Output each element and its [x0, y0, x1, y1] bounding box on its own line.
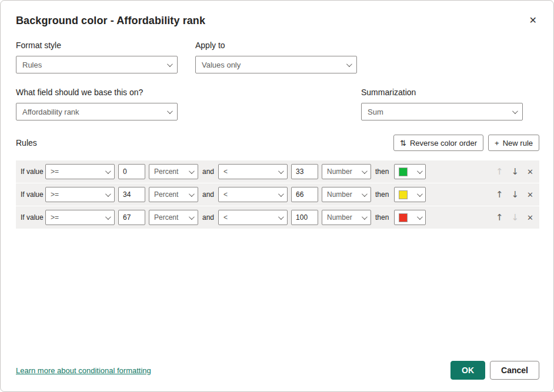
- base-field-dropdown[interactable]: Affordability rank: [16, 103, 178, 120]
- delete-rule-icon[interactable]: ✕: [526, 213, 535, 223]
- summarization-value: Sum: [368, 108, 383, 116]
- and-label: and: [202, 167, 214, 176]
- min-value-input[interactable]: [118, 210, 145, 225]
- dialog-title: Background color - Affordability rank: [16, 15, 205, 27]
- chevron-down-icon: [346, 61, 352, 67]
- max-unit-value: Number: [327, 167, 352, 176]
- ok-button[interactable]: OK: [450, 361, 485, 380]
- max-operator-dropdown[interactable]: <: [218, 187, 288, 202]
- move-down-icon: ↓: [510, 212, 520, 223]
- apply-to-field: Apply to Values only: [195, 41, 357, 73]
- and-label: and: [202, 213, 214, 222]
- chevron-down-icon: [189, 168, 195, 174]
- color-swatch: [399, 167, 408, 176]
- if-value-label: If value: [21, 213, 45, 222]
- chevron-down-icon: [417, 191, 423, 197]
- chevron-down-icon: [362, 191, 368, 197]
- move-up-icon[interactable]: ↑: [495, 212, 505, 223]
- rule-row-actions: ↑ ↓ ✕: [495, 189, 535, 200]
- chevron-down-icon: [105, 214, 111, 220]
- min-operator-dropdown[interactable]: >=: [45, 164, 115, 179]
- reverse-color-order-label: Reverse color order: [410, 139, 477, 148]
- max-unit-value: Number: [327, 190, 352, 199]
- reverse-order-icon: ⇅: [400, 139, 406, 147]
- max-operator-value: <: [223, 213, 228, 222]
- max-unit-dropdown[interactable]: Number: [322, 187, 371, 202]
- min-unit-value: Percent: [154, 190, 178, 199]
- conditional-formatting-dialog: Background color - Affordability rank ✕ …: [0, 0, 554, 392]
- min-value-input[interactable]: [118, 187, 145, 202]
- summarization-dropdown[interactable]: Sum: [361, 103, 523, 120]
- chevron-down-icon: [189, 191, 195, 197]
- color-picker-dropdown[interactable]: [394, 187, 426, 202]
- max-unit-value: Number: [327, 213, 352, 222]
- format-style-value: Rules: [22, 61, 42, 69]
- chevron-down-icon: [278, 168, 284, 174]
- min-operator-value: >=: [51, 213, 59, 222]
- close-icon[interactable]: ✕: [527, 14, 539, 28]
- apply-to-value: Values only: [202, 61, 241, 69]
- then-label: then: [375, 213, 389, 222]
- max-operator-value: <: [223, 167, 228, 176]
- min-unit-value: Percent: [154, 213, 178, 222]
- format-style-label: Format style: [16, 41, 178, 50]
- max-unit-dropdown[interactable]: Number: [322, 210, 371, 225]
- dialog-footer: Learn more about conditional formatting …: [16, 361, 539, 380]
- rule-row: If value >= Percent and < Number then ↑ …: [16, 206, 539, 229]
- rule-row-actions: ↑ ↓ ✕: [495, 166, 535, 177]
- cancel-button[interactable]: Cancel: [490, 361, 539, 380]
- format-style-dropdown[interactable]: Rules: [16, 56, 178, 73]
- summarization-label: Summarization: [361, 88, 523, 97]
- apply-to-label: Apply to: [195, 41, 357, 50]
- chevron-down-icon: [417, 214, 423, 220]
- base-field-label: What field should we base this on?: [16, 88, 178, 97]
- then-label: then: [375, 167, 389, 176]
- rules-header: Rules ⇅ Reverse color order + New rule: [16, 135, 539, 151]
- color-picker-dropdown[interactable]: [394, 210, 426, 225]
- field-summarization-row: What field should we base this on? Affor…: [16, 88, 523, 120]
- min-value-input[interactable]: [118, 164, 145, 179]
- max-operator-value: <: [223, 190, 228, 199]
- min-unit-dropdown[interactable]: Percent: [149, 210, 198, 225]
- min-unit-value: Percent: [154, 167, 178, 176]
- min-unit-dropdown[interactable]: Percent: [149, 187, 198, 202]
- reverse-color-order-button[interactable]: ⇅ Reverse color order: [393, 135, 483, 151]
- plus-icon: +: [495, 139, 499, 147]
- max-value-input[interactable]: [291, 187, 318, 202]
- rules-label: Rules: [16, 138, 37, 148]
- max-operator-dropdown[interactable]: <: [218, 210, 288, 225]
- chevron-down-icon: [189, 214, 195, 220]
- move-down-icon[interactable]: ↓: [510, 166, 520, 177]
- apply-to-dropdown[interactable]: Values only: [195, 56, 357, 73]
- summarization-field: Summarization Sum: [361, 88, 523, 120]
- chevron-down-icon: [167, 108, 173, 114]
- min-operator-value: >=: [51, 190, 59, 199]
- rule-row-actions: ↑ ↓ ✕: [495, 212, 535, 223]
- and-label: and: [202, 190, 214, 199]
- format-apply-row: Format style Rules Apply to Values only: [16, 41, 539, 73]
- max-operator-dropdown[interactable]: <: [218, 164, 288, 179]
- delete-rule-icon[interactable]: ✕: [526, 167, 535, 177]
- format-style-field: Format style Rules: [16, 41, 178, 73]
- learn-more-link[interactable]: Learn more about conditional formatting: [16, 366, 151, 375]
- min-operator-value: >=: [51, 167, 59, 176]
- min-operator-dropdown[interactable]: >=: [45, 187, 115, 202]
- max-value-input[interactable]: [291, 164, 318, 179]
- min-operator-dropdown[interactable]: >=: [45, 210, 115, 225]
- min-unit-dropdown[interactable]: Percent: [149, 164, 198, 179]
- chevron-down-icon: [362, 168, 368, 174]
- delete-rule-icon[interactable]: ✕: [526, 190, 535, 200]
- rule-row: If value >= Percent and < Number then ↑ …: [16, 183, 539, 206]
- max-value-input[interactable]: [291, 210, 318, 225]
- max-unit-dropdown[interactable]: Number: [322, 164, 371, 179]
- move-down-icon[interactable]: ↓: [510, 189, 520, 200]
- new-rule-button[interactable]: + New rule: [488, 135, 539, 151]
- color-swatch: [399, 190, 408, 199]
- move-up-icon[interactable]: ↑: [495, 189, 505, 200]
- color-picker-dropdown[interactable]: [394, 164, 426, 179]
- chevron-down-icon: [278, 191, 284, 197]
- chevron-down-icon: [512, 108, 518, 114]
- chevron-down-icon: [105, 191, 111, 197]
- chevron-down-icon: [278, 214, 284, 220]
- new-rule-label: New rule: [503, 139, 533, 148]
